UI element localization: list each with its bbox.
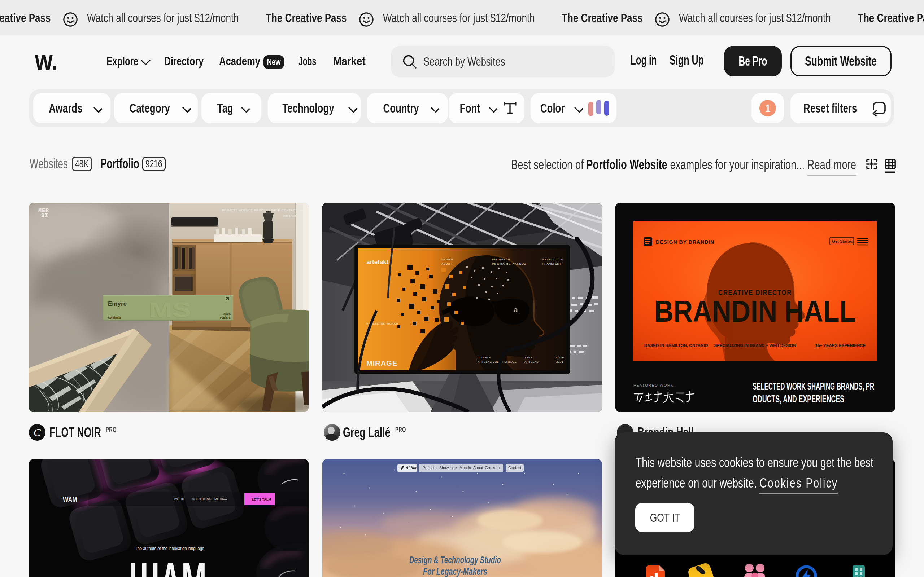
svg-text:For Legacy-Makers: For Legacy-Makers — [423, 566, 487, 577]
svg-text:Design & Technology Studio: Design & Technology Studio — [409, 554, 501, 566]
svg-text:PROJETS: PROJETS — [222, 208, 237, 212]
svg-text:ODUCTS, AND EXPERIENCES: ODUCTS, AND EXPERIENCES — [753, 393, 844, 405]
svg-text:CONTACT: CONTACT — [281, 208, 297, 212]
svg-text:2025: 2025 — [223, 312, 231, 316]
svg-text:Emyre: Emyre — [108, 301, 127, 307]
svg-text:Paris 8: Paris 8 — [220, 316, 231, 319]
svg-text:Projects: Projects — [423, 466, 436, 470]
svg-text:AGENCE: AGENCE — [239, 208, 253, 212]
svg-text:2025: 2025 — [556, 360, 564, 364]
svg-text:INSTAGRAM: INSTAGRAM — [283, 214, 302, 218]
svg-text:WORK: WORK — [174, 497, 184, 501]
svg-text:WORKS: WORKS — [441, 258, 453, 261]
svg-text:artefakt: artefakt — [366, 259, 389, 266]
svg-text:TYPE: TYPE — [525, 356, 533, 359]
svg-text:PRODUCTION: PRODUCTION — [543, 258, 564, 261]
svg-text:ШAM: ШAM — [129, 551, 207, 577]
svg-text:MS: MS — [149, 298, 191, 321]
svg-text:ARTELAB VOL. 3: MIRAGE: ARTELAB VOL. 3: MIRAGE — [478, 360, 517, 364]
svg-text:SI: SI — [41, 213, 48, 219]
svg-text:INFO@ARTEFAKT.NOU: INFO@ARTEFAKT.NOU — [492, 262, 526, 266]
svg-text:Careers: Careers — [485, 466, 500, 470]
svg-text:SOLUTIONS: SOLUTIONS — [192, 497, 212, 501]
svg-text:Contact: Contact — [508, 466, 521, 470]
svg-text:LET'S TALK: LET'S TALK — [252, 498, 271, 501]
svg-text:C: C — [34, 426, 41, 438]
svg-text:FEATURED WORK: FEATURED WORK — [633, 383, 674, 387]
svg-text:15+ YEARS EXPERIENCE: 15+ YEARS EXPERIENCE — [815, 343, 866, 348]
svg-text:Aither: Aither — [405, 466, 417, 470]
svg-text:SPECIALIZING IN BRAND + WEB DE: SPECIALIZING IN BRAND + WEB DESIGN — [714, 343, 796, 348]
svg-text:DATE: DATE — [556, 356, 564, 359]
svg-text:Get Started: Get Started — [832, 239, 853, 243]
svg-text:SHOP: SHOP — [271, 208, 280, 212]
svg-text:Showcase: Showcase — [439, 466, 457, 470]
svg-text:FRANKFURT: FRANKFURT — [543, 262, 561, 266]
svg-text:PROCESS: PROCESS — [254, 208, 270, 212]
svg-text:DESIGN BY BRANDIN: DESIGN BY BRANDIN — [656, 239, 714, 245]
svg-text:Moods: Moods — [459, 466, 471, 470]
svg-text:a: a — [514, 305, 518, 314]
svg-text:ARTELAB: ARTELAB — [525, 360, 538, 364]
svg-text:BASED IN HAMILTON, ONTARIO: BASED IN HAMILTON, ONTARIO — [644, 343, 708, 348]
svg-text:Residential: Residential — [108, 316, 121, 319]
svg-text:SELECTED WORK SHAPING BRANDS,: SELECTED WORK SHAPING BRANDS, PR — [753, 380, 874, 392]
svg-text:The authors of the innovation: The authors of the innovation language — [135, 546, 204, 551]
svg-text:WAM: WAM — [63, 495, 77, 503]
svg-text:MIRAGE: MIRAGE — [366, 359, 397, 367]
svg-text:INSTAGRAM: INSTAGRAM — [492, 258, 510, 261]
svg-text:About: About — [473, 466, 483, 470]
svg-text:ABOUT: ABOUT — [441, 262, 452, 266]
svg-text:CLIENTS: CLIENTS — [478, 356, 491, 359]
svg-text:BRANDIN HALL: BRANDIN HALL — [654, 294, 856, 328]
